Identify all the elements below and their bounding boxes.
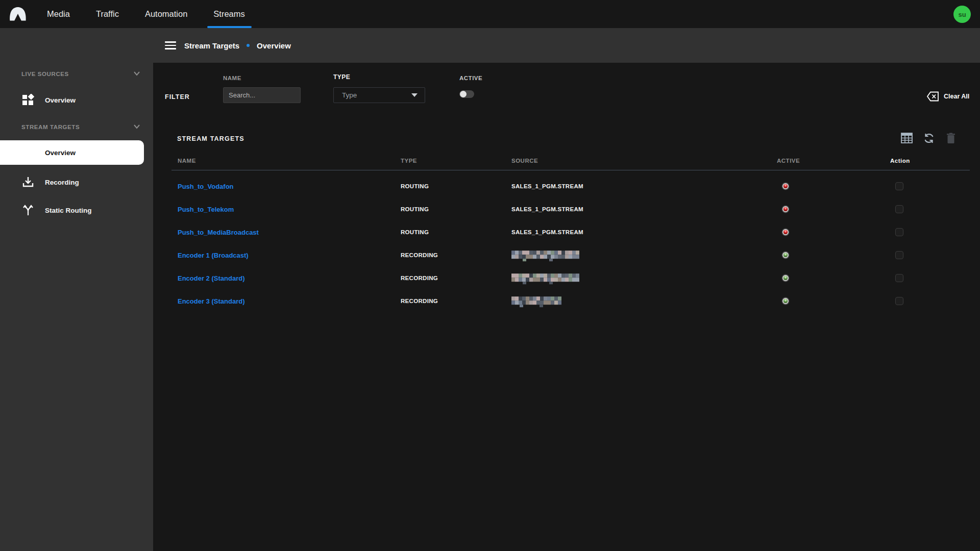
- clear-filter-icon: [927, 91, 939, 102]
- filter-active-label: ACTIVE: [459, 75, 482, 81]
- target-type: RECORDING: [401, 252, 438, 258]
- column-header-name[interactable]: NAME: [178, 158, 196, 164]
- type-dropdown[interactable]: Type: [333, 87, 425, 103]
- target-type: ROUTING: [401, 183, 429, 189]
- target-name-link[interactable]: Encoder 3 (Standard): [178, 297, 244, 305]
- top-nav: Media Traffic Automation Streams su: [0, 0, 980, 28]
- table-row: Push_to_MediaBroadcast ROUTING SALES_1_P…: [153, 220, 980, 243]
- target-name-link[interactable]: Push_to_Telekom: [178, 205, 234, 213]
- row-checkbox[interactable]: [895, 274, 903, 282]
- nav-tab-traffic[interactable]: Traffic: [96, 0, 119, 28]
- main-content: FILTER NAME TYPE Type ACTIVE Clear All S…: [153, 63, 980, 551]
- refresh-icon[interactable]: [922, 132, 935, 144]
- breadcrumb-dot-icon: [247, 44, 250, 47]
- sidebar-item-live-overview[interactable]: Overview: [0, 90, 153, 110]
- filter-label: FILTER: [165, 93, 190, 101]
- download-icon: [22, 176, 34, 188]
- target-name-link[interactable]: Push_to_MediaBroadcast: [178, 228, 259, 236]
- column-header-source[interactable]: SOURCE: [511, 158, 538, 164]
- target-type: ROUTING: [401, 206, 429, 212]
- nav-tab-streams[interactable]: Streams: [213, 0, 244, 28]
- column-header-type[interactable]: TYPE: [401, 158, 417, 164]
- sidebar-item-label: Overview: [45, 96, 76, 104]
- active-status-led: [782, 275, 789, 281]
- table-row: Encoder 3 (Standard) RECORDING: [153, 289, 980, 312]
- target-source: SALES_1_PGM.STREAM: [511, 183, 583, 189]
- row-checkbox[interactable]: [895, 228, 903, 236]
- active-status-led: [782, 298, 789, 304]
- redacted-source: [511, 296, 561, 305]
- redacted-source: [511, 273, 579, 282]
- sidebar-section-stream-targets[interactable]: STREAM TARGETS: [21, 124, 80, 130]
- page-header: Stream Targets Overview: [0, 28, 980, 63]
- breadcrumb-section[interactable]: Stream Targets: [184, 41, 239, 50]
- fork-icon: [22, 204, 34, 216]
- search-input[interactable]: [223, 87, 301, 103]
- table-view-icon[interactable]: [900, 132, 913, 144]
- sidebar: LIVE SOURCES Overview STREAM TARGETS Ove…: [0, 63, 153, 551]
- table-row: Encoder 1 (Broadcast) RECORDING: [153, 243, 980, 266]
- chevron-down-icon[interactable]: [133, 69, 141, 78]
- filter-name-label: NAME: [223, 75, 241, 81]
- clear-all-label: Clear All: [944, 93, 969, 100]
- clear-all-button[interactable]: Clear All: [927, 91, 969, 102]
- table-title: STREAM TARGETS: [177, 135, 244, 142]
- nav-tab-automation[interactable]: Automation: [145, 0, 187, 28]
- row-checkbox[interactable]: [895, 297, 903, 305]
- target-name-link[interactable]: Encoder 1 (Broadcast): [178, 251, 249, 259]
- grid-icon: [22, 94, 34, 106]
- table-row: Push_to_Vodafon ROUTING SALES_1_PGM.STRE…: [153, 174, 980, 197]
- column-header-action: Action: [890, 158, 910, 164]
- active-toggle[interactable]: [459, 90, 474, 98]
- trash-icon[interactable]: [944, 132, 957, 144]
- target-source: SALES_1_PGM.STREAM: [511, 206, 583, 212]
- nav-tab-media[interactable]: Media: [47, 0, 70, 28]
- table-row: Push_to_Telekom ROUTING SALES_1_PGM.STRE…: [153, 197, 980, 220]
- filter-type-label: TYPE: [333, 73, 350, 81]
- menu-icon[interactable]: [165, 41, 176, 49]
- target-source: SALES_1_PGM.STREAM: [511, 229, 583, 235]
- sidebar-item-label: Overview: [45, 149, 76, 157]
- table-toolbar: [900, 132, 957, 144]
- active-status-led: [782, 252, 789, 258]
- table-row: Encoder 2 (Standard) RECORDING: [153, 266, 980, 289]
- redacted-source: [511, 251, 579, 259]
- breadcrumb: Stream Targets Overview: [184, 28, 291, 63]
- target-type: RECORDING: [401, 275, 438, 281]
- row-checkbox[interactable]: [895, 251, 903, 259]
- target-type: RECORDING: [401, 298, 438, 304]
- user-avatar[interactable]: su: [953, 6, 971, 23]
- column-header-active[interactable]: ACTIVE: [777, 158, 800, 164]
- sidebar-item-label: Recording: [45, 179, 79, 186]
- row-checkbox[interactable]: [895, 182, 903, 190]
- nav-tabs: Media Traffic Automation Streams: [47, 0, 245, 28]
- table-header-divider: [172, 170, 970, 170]
- chevron-down-icon: [411, 93, 418, 97]
- sidebar-section-live-sources[interactable]: LIVE SOURCES: [21, 71, 69, 77]
- sidebar-item-recording[interactable]: Recording: [0, 172, 153, 192]
- active-status-led: [782, 183, 789, 189]
- chevron-down-icon[interactable]: [133, 122, 141, 131]
- breadcrumb-page: Overview: [257, 41, 291, 50]
- active-status-led: [782, 229, 789, 235]
- target-name-link[interactable]: Encoder 2 (Standard): [178, 274, 244, 282]
- active-status-led: [782, 206, 789, 212]
- target-name-link[interactable]: Push_to_Vodafon: [178, 182, 234, 190]
- type-dropdown-value: Type: [342, 91, 357, 99]
- target-type: ROUTING: [401, 229, 429, 235]
- sidebar-item-label: Static Routing: [45, 207, 92, 214]
- row-checkbox[interactable]: [895, 205, 903, 213]
- app-logo-icon[interactable]: [8, 5, 28, 22]
- sidebar-item-overview[interactable]: Overview: [0, 140, 144, 165]
- sidebar-item-static-routing[interactable]: Static Routing: [0, 200, 153, 220]
